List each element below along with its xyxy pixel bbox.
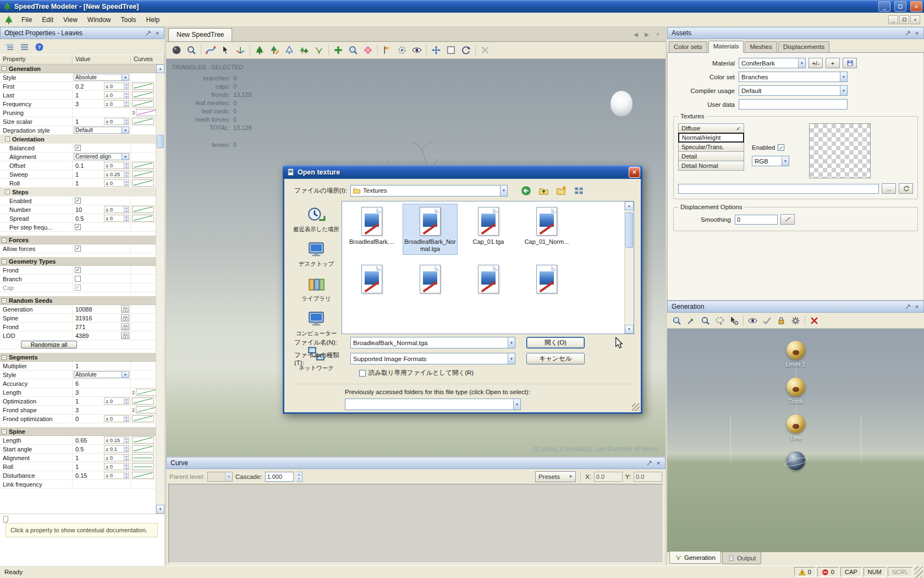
multiplier-value-field[interactable]: 1	[74, 363, 129, 369]
menu-tools[interactable]: Tools	[116, 14, 141, 26]
select-tool-icon[interactable]	[218, 43, 233, 57]
sweep-curve-thumbnail[interactable]	[132, 171, 154, 178]
channel-dropdown[interactable]: RGB▼	[752, 156, 789, 166]
collapse-toggle-icon[interactable]: -	[2, 66, 7, 71]
tab-meshes[interactable]: Meshes	[745, 41, 777, 52]
sapling-view-icon[interactable]	[312, 43, 326, 57]
size-scalar-variance-spinner[interactable]: ± 0▲▼	[104, 118, 129, 125]
column-curves[interactable]: Curves	[131, 54, 164, 64]
frequency-curve-thumbnail[interactable]	[132, 100, 154, 107]
enabled-checkbox[interactable]: ✓	[778, 144, 784, 151]
pick-generator-icon[interactable]	[684, 314, 698, 327]
restore-button[interactable]	[894, 1, 906, 12]
collapse-toggle-icon[interactable]: -	[5, 189, 10, 194]
spline-tool-icon[interactable]	[204, 43, 218, 57]
minimize-button[interactable]: _	[878, 1, 890, 12]
generation-reroll-button[interactable]	[121, 306, 129, 313]
column-property[interactable]: Property	[0, 54, 73, 64]
first-value-field[interactable]: 0.2	[74, 83, 104, 90]
file-item-partial[interactable]	[344, 261, 399, 298]
show-tree-icon[interactable]	[252, 43, 267, 57]
file-list-scrollbar[interactable]: ▲ ▼	[624, 201, 634, 334]
collapse-toggle-icon[interactable]: -	[5, 137, 10, 141]
alignment-variance-spinner[interactable]: ± 0▲▼	[104, 454, 129, 461]
alignment-dropdown[interactable]: Centered align▼	[74, 153, 129, 160]
material-dropdown[interactable]: ConiferBark▼	[739, 58, 806, 68]
per-step-frequ-checkbox[interactable]: ✓	[75, 224, 81, 230]
texture-slot-specular-trans[interactable]: Specular/Trans.	[678, 142, 744, 152]
generator-settings-icon[interactable]	[789, 314, 802, 327]
spread-variance-spinner[interactable]: ± 0▲▼	[104, 215, 129, 222]
lod-value-field[interactable]: 4389	[74, 332, 121, 339]
disturbance-value-field[interactable]: 0.15	[74, 472, 104, 479]
file-item[interactable]: Cap_01.tga	[461, 204, 516, 255]
texture-slot-normal-height[interactable]: Normal/Height	[678, 133, 744, 143]
collapse-toggle-icon[interactable]: -	[2, 298, 7, 303]
collapse-toggle-icon[interactable]: -	[2, 259, 7, 264]
first-curve-thumbnail[interactable]	[132, 83, 154, 90]
scroll-up-icon[interactable]: ▲	[625, 201, 634, 210]
magnify-icon[interactable]	[698, 314, 712, 327]
frond-optimization-variance-spinner[interactable]: ± 0▲▼	[104, 415, 129, 422]
flag-icon[interactable]	[380, 43, 394, 57]
menu-help[interactable]: Help	[141, 14, 165, 26]
scroll-down-icon[interactable]: ▼	[156, 505, 164, 514]
spine-reroll-button[interactable]	[121, 314, 129, 321]
rotate-tool-icon[interactable]	[459, 43, 473, 57]
alignment-value-field[interactable]: 1	[74, 455, 104, 461]
spine-value-field[interactable]: 31916	[74, 315, 121, 321]
scrollbar-thumb[interactable]	[625, 212, 633, 248]
generation-value-field[interactable]: 10088	[74, 306, 121, 313]
mdi-minimize-button[interactable]: _	[888, 15, 898, 24]
enabled-checkbox[interactable]: ✓	[75, 198, 81, 204]
add-node-icon[interactable]	[331, 43, 345, 57]
browse-button[interactable]: ...	[882, 183, 896, 194]
place-libraries[interactable]: ライブラリ	[291, 275, 342, 302]
menu-edit[interactable]: Edit	[37, 14, 58, 26]
generator-node-level-1[interactable]	[787, 341, 805, 359]
delete-icon[interactable]	[478, 43, 492, 57]
offset-value-field[interactable]: 0.1	[74, 162, 104, 169]
length-curve-thumbnail[interactable]	[136, 389, 156, 396]
place-desktop[interactable]: デスクトップ	[291, 240, 342, 267]
tab-color-sets[interactable]: Color sets	[669, 41, 707, 52]
pointer-options-icon[interactable]	[727, 314, 741, 327]
menu-view[interactable]: View	[58, 14, 82, 26]
close-panel-icon[interactable]: ×	[654, 459, 663, 467]
display-mode-icon[interactable]	[169, 43, 184, 57]
open-button[interactable]: 開く(O)	[526, 337, 585, 348]
randomize-all-button[interactable]: Randomize all	[21, 341, 77, 348]
visibility-icon[interactable]	[746, 314, 760, 327]
texture-slot-detail-normal[interactable]: Detail Normal	[678, 161, 744, 171]
roll-variance-spinner[interactable]: ± 0▲▼	[104, 463, 129, 470]
delete-generator-icon[interactable]	[807, 314, 821, 327]
mdi-close-button[interactable]: ×	[910, 15, 920, 24]
start-angle-value-field[interactable]: 0.5	[74, 446, 104, 452]
scroll-up-icon[interactable]: ▲	[156, 64, 164, 73]
lasso-select-icon[interactable]	[713, 314, 727, 327]
branch-checkbox[interactable]	[75, 276, 81, 282]
style-dropdown[interactable]: Absolute▼	[74, 371, 129, 378]
tab-generation[interactable]: Generation	[669, 552, 721, 564]
number-variance-spinner[interactable]: ± 0▲▼	[104, 206, 129, 213]
user-data-field[interactable]	[739, 99, 848, 110]
pin-icon[interactable]	[645, 459, 654, 467]
place-recent[interactable]: 最近表示した場所	[291, 205, 342, 232]
flat-view-icon[interactable]	[18, 41, 31, 53]
presets-button[interactable]: Presets▼	[535, 471, 576, 482]
frequency-value-field[interactable]: 3	[74, 101, 104, 107]
zoom-graph-icon[interactable]	[670, 314, 684, 327]
pruning-curve-thumbnail[interactable]	[136, 109, 156, 116]
frond-shape-curve-thumbnail[interactable]	[136, 406, 156, 413]
scrollbar-thumb[interactable]	[157, 135, 164, 148]
size-scalar-value-field[interactable]: 1	[74, 118, 104, 125]
mdi-restore-button[interactable]	[899, 15, 909, 24]
compiler-usage-dropdown[interactable]: Default▼	[739, 85, 848, 96]
cap-checkbox[interactable]: ✓	[75, 285, 81, 291]
categorized-view-icon[interactable]	[3, 41, 16, 53]
dialog-resize-grip[interactable]	[632, 403, 640, 411]
frond-value-field[interactable]: 271	[74, 324, 121, 330]
zoom-region-icon[interactable]	[184, 43, 199, 57]
offset-variance-spinner[interactable]: ± 0▲▼	[104, 162, 129, 169]
tab-materials[interactable]: Materials	[708, 41, 744, 53]
